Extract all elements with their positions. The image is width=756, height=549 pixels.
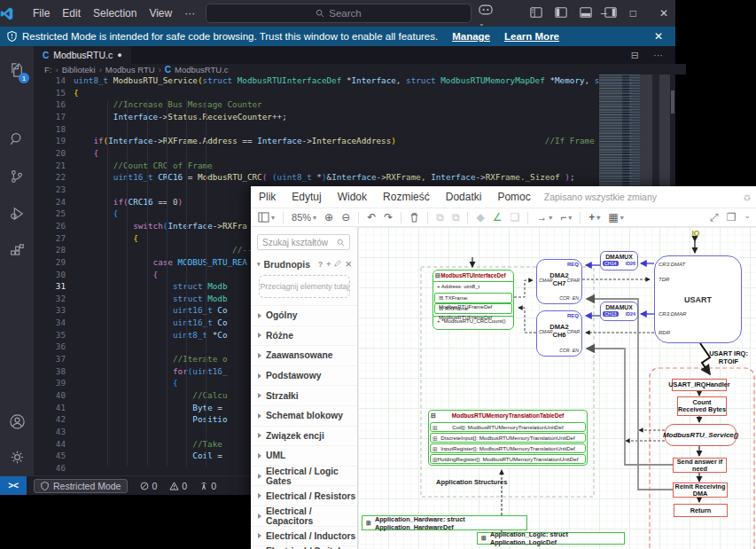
shape-section[interactable]: Różne — [251, 325, 357, 346]
collapse-toolbar-icon[interactable]: ⌄ — [744, 211, 751, 224]
drawio-menu-dodatki[interactable]: Dodatki — [438, 191, 490, 203]
translation-table-row[interactable]: ⊞InputRegister[]: ModbusRTUMemoryTransla… — [430, 443, 586, 453]
shape-section[interactable]: Schemat blokowy — [251, 405, 357, 426]
shape-section[interactable]: Electrical / Inductors — [251, 526, 357, 546]
source-control-icon[interactable] — [0, 161, 34, 192]
warnings-status[interactable]: 0 — [169, 481, 187, 491]
redo-icon[interactable]: ↷ — [384, 211, 393, 224]
shape-section[interactable]: Electrical / Switches and Rela — [251, 545, 357, 549]
menu-view[interactable]: View — [143, 7, 178, 20]
menu-file[interactable]: File — [27, 7, 56, 20]
scrollbar-handle[interactable] — [671, 90, 674, 114]
diagram-canvas[interactable]: IO USART CR3:DMAT TDR CR3:DMAR RDR DMAMU… — [358, 227, 756, 549]
shape-search-input[interactable]: Szukaj kształtów — [257, 234, 350, 250]
expand-icon[interactable]: ⊞ — [433, 424, 438, 433]
ports-status[interactable]: 0 — [199, 481, 216, 491]
remote-indicator[interactable]: >< — [0, 476, 27, 495]
flow-box-return[interactable]: Return — [674, 504, 728, 517]
translation-table-row[interactable]: ⊞DiscreteInput[]: ModbusRTUMemoryTransla… — [430, 433, 586, 443]
shadow-icon[interactable]: ❏ — [510, 211, 519, 224]
breadcrumb-item[interactable]: F: — [44, 65, 51, 75]
restricted-mode-status[interactable]: Restricted Mode — [34, 479, 128, 493]
waypoint-style-dropdown[interactable]: ⌐▾ — [560, 211, 572, 224]
shape-section[interactable]: Electrical / Resistors — [251, 485, 357, 506]
shape-section[interactable]: Electrical / Logic Gates — [251, 466, 357, 486]
banner-close-icon[interactable]: ✕ — [654, 30, 663, 43]
shape-section[interactable]: Podstawowy — [251, 365, 357, 386]
dirty-indicator-icon[interactable]: ● — [117, 51, 121, 59]
customize-layout-icon[interactable] — [530, 6, 542, 19]
expand-icon[interactable]: ⊞ — [366, 520, 371, 527]
flow-box-modbusrtu-service-[interactable]: ModbusRTU_Service() — [665, 424, 737, 446]
scratchpad-help-icon[interactable]: ? — [318, 260, 323, 269]
expand-icon[interactable]: ⊞ — [481, 535, 487, 542]
scratchpad-edit-icon[interactable] — [334, 260, 341, 267]
interface-row-txframe[interactable]: ⊞ TXFrame: ModbusRTUFrameDef — [434, 293, 512, 303]
errors-status[interactable]: 0 — [140, 481, 157, 491]
flow-box-reinit-receiving-dma[interactable]: Reinit Receiving DMA — [673, 482, 728, 498]
to-back-icon[interactable]: ⧉ — [452, 211, 460, 224]
breadcrumb-item[interactable]: Modbus RTU — [105, 65, 155, 75]
settings-gear-icon[interactable] — [0, 442, 34, 472]
expand-icon[interactable]: ⊞ — [433, 456, 438, 465]
flow-box-count-received-bytes[interactable]: Count Received Bytes — [677, 396, 727, 416]
theme-toggle-icon[interactable]: ☼ — [742, 190, 752, 203]
breadcrumb-item[interactable]: ModbusRTU.c — [175, 65, 229, 75]
collapse-icon[interactable]: ⊟ — [431, 412, 436, 419]
dma2-ch6-block[interactable]: REQ DMA2CH6 CMAR CPAR CCR: EN — [536, 310, 582, 357]
delete-icon[interactable] — [409, 212, 419, 223]
drawio-menu-rozmieść[interactable]: Rozmieść — [375, 191, 438, 203]
editor-more-actions-icon[interactable]: ··· — [653, 50, 663, 60]
zoom-in-icon[interactable]: ⊕ — [324, 211, 333, 224]
expand-icon[interactable]: ⊞ — [433, 445, 438, 454]
application-hardware-box[interactable]: ⊞ Application_Hardware: struct Applicati… — [362, 515, 527, 530]
drawio-menu-widok[interactable]: Widok — [330, 191, 375, 203]
menu-edit[interactable]: Edit — [56, 7, 87, 20]
undo-icon[interactable]: ↶ — [367, 211, 376, 224]
shape-section[interactable]: Zaawansowane — [251, 345, 357, 365]
shape-section[interactable]: Strzałki — [251, 385, 357, 405]
menu-selection[interactable]: Selection — [87, 7, 143, 20]
dmamux-tx-block[interactable]: DMAMUX CH14 ID26 — [600, 251, 638, 271]
shape-section[interactable]: Związek encji — [251, 426, 357, 446]
table-dropdown[interactable]: ▦▾ — [608, 211, 623, 224]
breadcrumb-item[interactable]: Biblioteki — [62, 65, 96, 75]
collapse-icon[interactable]: ⊟ — [435, 272, 440, 278]
run-debug-icon[interactable] — [0, 199, 34, 229]
breadcrumb[interactable]: F:›Biblioteki›Modbus RTU›CModbusRTU.c — [34, 64, 686, 75]
copilot-icon[interactable]: ⌄ — [479, 4, 493, 28]
search-view-icon[interactable] — [0, 124, 34, 154]
toggle-panel-icon[interactable] — [580, 6, 592, 19]
drawio-menu-edytuj[interactable]: Edytuj — [284, 191, 329, 203]
flow-box-usart-irqhandler[interactable]: USART_IRQHandler — [672, 379, 727, 391]
shape-section[interactable]: Ogólny — [251, 305, 357, 325]
scratchpad-dropzone[interactable]: Przeciągnij elementy tutaj — [259, 275, 350, 298]
io-label[interactable]: IO — [685, 229, 706, 238]
interface-row-crccount[interactable]: + *ModbusRTU_CRCCount() — [433, 317, 513, 327]
shape-section[interactable]: Electrical / Capacitors — [251, 506, 357, 526]
account-icon[interactable] — [0, 406, 34, 436]
translation-table-row[interactable]: ⊞HoldingRegister[]: ModbusRTUMemoryTrans… — [430, 454, 586, 464]
scratchpad-close-icon[interactable]: ✕ — [345, 260, 352, 269]
usart-irq-note[interactable]: USART IRQ: RTOIF — [703, 350, 754, 365]
translation-table[interactable]: ⊟ModbusRTUMemoryTranslationTableDef ⊞Coi… — [428, 410, 588, 466]
format-panel-icon[interactable]: ❐ — [727, 211, 737, 224]
manage-link[interactable]: Manage — [452, 31, 490, 42]
line-color-icon[interactable]: ∠ — [493, 211, 503, 224]
explorer-icon[interactable]: 1 — [0, 55, 34, 85]
interface-row-address[interactable]: + Address: uint8_t — [433, 282, 513, 293]
shape-section[interactable]: UML — [251, 445, 357, 466]
close-button[interactable]: ✕ — [659, 7, 668, 20]
tab-modbusrtu[interactable]: C ModbusRTU.c ● — [34, 46, 131, 64]
drawio-menu-plik[interactable]: Plik — [251, 191, 284, 203]
toggle-sidebar-icon[interactable] — [555, 6, 567, 19]
flow-box-send-answer-if-need[interactable]: Send answer if need — [673, 458, 727, 473]
connection-style-dropdown[interactable]: →▾ — [536, 211, 552, 224]
minimize-button[interactable]: – — [601, 7, 607, 20]
view-panels-button[interactable]: ▾ — [258, 212, 275, 223]
scratchpad-add-icon[interactable]: + — [326, 260, 331, 269]
usart-block[interactable]: USART CR3:DMAT TDR CR3:DMAR RDR — [654, 255, 742, 343]
drawio-menu-pomoc[interactable]: Pomoc — [489, 191, 538, 203]
fullscreen-icon[interactable]: ⤢ — [710, 211, 719, 224]
to-front-icon[interactable]: ⧉ — [436, 211, 444, 224]
